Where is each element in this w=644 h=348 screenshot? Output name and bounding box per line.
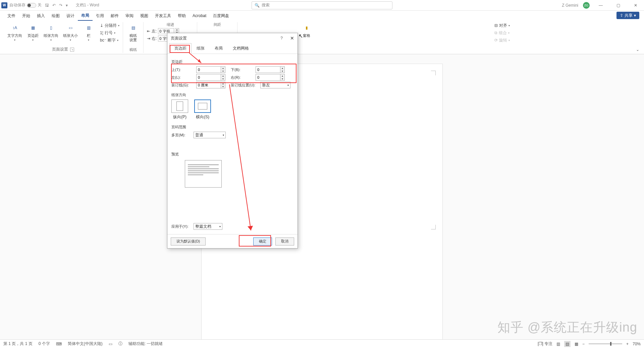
tab-baidu[interactable]: 百度网盘	[210, 11, 232, 21]
status-page[interactable]: 第 1 页，共 1 页	[3, 341, 33, 347]
gutter-pos-select[interactable]: 靠左▾	[260, 82, 290, 88]
dialog-close-icon[interactable]: ✕	[290, 36, 294, 41]
orientation-portrait[interactable]: 纵向(P)	[171, 99, 188, 120]
size-button[interactable]: ▭纸张大小▾	[62, 22, 79, 42]
dialog-tab-paper[interactable]: 纸张	[192, 43, 210, 54]
zoom-slider[interactable]	[589, 343, 622, 344]
chevron-down-icon: ▾	[14, 39, 15, 42]
orientation-landscape[interactable]: 横向(S)	[194, 99, 211, 120]
ok-button[interactable]: 确定	[253, 237, 272, 246]
zoom-level[interactable]: 70%	[633, 342, 641, 346]
accessibility-icon[interactable]: ⓘ	[118, 341, 122, 347]
dialog-tab-margins[interactable]: 页边距	[169, 43, 192, 54]
chevron-down-icon: ▾	[287, 84, 289, 87]
save-icon[interactable]: 🖫	[45, 3, 49, 8]
read-mode-icon[interactable]: ▥	[556, 342, 560, 346]
tab-draw[interactable]: 绘图	[48, 11, 63, 21]
group-page-setup: ↕A文字方向▾ ▦页边距▾ ▯纸张方向▾ ▭纸张大小▾ ▥栏▾ ⤓分隔符▾ 1¦…	[3, 22, 123, 53]
tab-help[interactable]: 帮助	[174, 11, 189, 21]
orientation-button[interactable]: ▯纸张方向▾	[42, 22, 60, 42]
ribbon-collapse-icon[interactable]: ⌄	[636, 47, 639, 52]
tab-design[interactable]: 设计	[63, 11, 78, 21]
zoom-out-icon[interactable]: −	[582, 342, 585, 346]
tab-references[interactable]: 引用	[93, 11, 107, 21]
align-icon: ⊟	[494, 23, 498, 28]
user-avatar[interactable]: ZG	[583, 2, 590, 9]
draft-settings-button[interactable]: ▤稿纸 设置	[126, 22, 141, 43]
dialog-tab-grid[interactable]: 文档网格	[228, 43, 254, 54]
chevron-down-icon: ▾	[50, 39, 52, 42]
hyphen-icon: bc⁻	[100, 38, 106, 43]
redo-icon[interactable]: ↷	[59, 3, 62, 8]
dialog-titlebar[interactable]: 页面设置 ? ✕	[167, 33, 298, 43]
share-button[interactable]: ⇪ 共享 ▾	[616, 12, 639, 19]
cursor-icon: ↖	[299, 33, 303, 39]
status-words[interactable]: 0 个字	[39, 341, 50, 347]
tab-acrobat[interactable]: Acrobat	[189, 11, 210, 21]
line-numbers-button[interactable]: 1¦行号▾	[99, 29, 120, 36]
columns-button[interactable]: ▥栏▾	[81, 22, 96, 42]
margin-top-input[interactable]: ▲▼	[196, 66, 225, 73]
close-icon[interactable]: ✕	[629, 1, 642, 10]
margin-left-input[interactable]: ▲▼	[196, 74, 225, 81]
margin-right-label: 右(R):	[231, 75, 254, 80]
maximize-icon[interactable]: ▢	[612, 1, 625, 10]
margins-icon: ▦	[28, 23, 38, 33]
cancel-button[interactable]: 取消	[275, 237, 294, 246]
group-button[interactable]: ⧉组合▾	[494, 29, 510, 36]
autosave-toggle[interactable]: 自动保存 关	[9, 2, 42, 8]
page-setup-launcher[interactable]: ↘	[70, 48, 74, 52]
user-name[interactable]: Z Gemini	[562, 3, 578, 8]
status-language[interactable]: 简体中文(中国大陆)	[68, 341, 103, 347]
multi-page-select[interactable]: 普通▾	[194, 132, 226, 138]
autosave-state: 关	[38, 2, 42, 8]
dialog-tab-layout[interactable]: 布局	[210, 43, 228, 54]
gutter-input[interactable]: ▲▼	[196, 82, 225, 88]
set-default-button[interactable]: 设为默认值(D)	[171, 237, 206, 246]
margin-bottom-input[interactable]: ▲▼	[256, 66, 285, 73]
text-predict-icon[interactable]: ⌨	[56, 342, 62, 346]
search-box[interactable]: 🔍 搜索	[252, 1, 392, 9]
zoom-in-icon[interactable]: +	[626, 342, 629, 346]
breaks-button[interactable]: ⤓分隔符▾	[99, 22, 120, 29]
print-layout-icon[interactable]: ▤	[564, 341, 571, 347]
focus-mode[interactable]: [❐] 专注	[538, 341, 552, 347]
display-settings-icon[interactable]: ▭	[109, 342, 112, 346]
section-orientation: 纸张方向	[171, 92, 293, 97]
tab-home[interactable]: 开始	[19, 11, 34, 21]
multi-page-label: 多页(M):	[171, 133, 192, 138]
section-pages: 页码范围	[171, 125, 293, 130]
chevron-down-icon: ▾	[634, 13, 636, 18]
text-direction-button[interactable]: ↕A文字方向▾	[6, 22, 23, 42]
margin-right-input[interactable]: ▲▼	[256, 74, 285, 81]
rotate-button[interactable]: ⟳旋转▾	[494, 37, 511, 44]
search-placeholder: 搜索	[262, 2, 270, 8]
section-preview: 预览	[171, 152, 293, 157]
dialog-help-icon[interactable]: ?	[280, 36, 283, 41]
minimize-icon[interactable]: —	[594, 1, 607, 10]
crop-mark	[431, 225, 436, 229]
web-layout-icon[interactable]: ▦	[575, 342, 578, 346]
undo-icon[interactable]: ↶	[52, 3, 56, 8]
tab-developer[interactable]: 开发工具	[152, 11, 174, 21]
apply-to-select[interactable]: 整篇文档▾	[194, 223, 222, 230]
margins-button[interactable]: ▦页边距▾	[25, 22, 40, 42]
qat-more-icon[interactable]: ▾	[66, 3, 68, 8]
tab-review[interactable]: 审阅	[122, 11, 137, 21]
tab-view[interactable]: 视图	[137, 11, 152, 21]
breaks-icon: ⤓	[100, 23, 103, 28]
tab-file[interactable]: 文件	[4, 11, 19, 21]
status-accessibility[interactable]: 辅助功能: 一切就绪	[128, 341, 163, 347]
margin-left-label: 左(L):	[171, 75, 194, 80]
tab-insert[interactable]: 插入	[34, 11, 48, 21]
chevron-down-icon: ▾	[219, 225, 221, 228]
tab-mailings[interactable]: 邮件	[107, 11, 122, 21]
tab-layout[interactable]: 布局	[78, 11, 93, 21]
chevron-down-icon: ▾	[70, 39, 71, 42]
preview-thumbnail	[185, 160, 222, 188]
title-bar: W 自动保存 关 🖫 ↶ ↷ ▾ 文档1 - Word 🔍 搜索 Z Gemin…	[0, 0, 644, 11]
align-button[interactable]: ⊟对齐▾	[494, 22, 511, 29]
hyphenation-button[interactable]: bc⁻断字▾	[99, 37, 120, 44]
line-numbers-icon: 1¦	[100, 30, 103, 35]
toggle-icon[interactable]	[27, 3, 36, 8]
